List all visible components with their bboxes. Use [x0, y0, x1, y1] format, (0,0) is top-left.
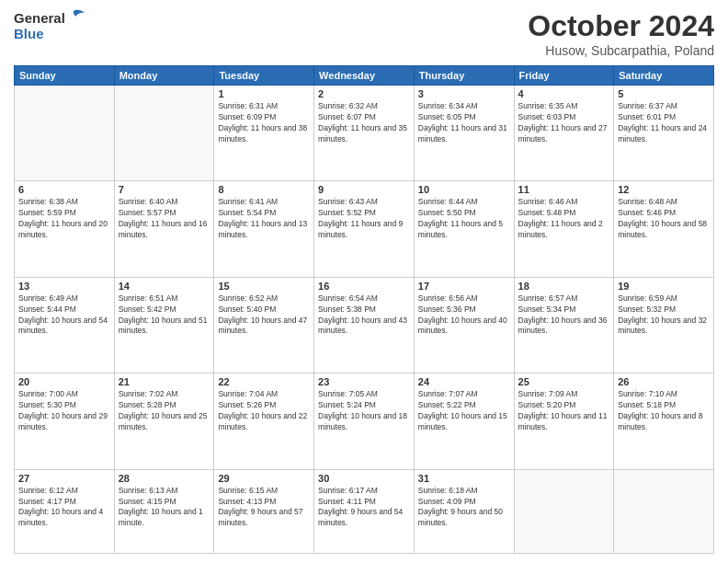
calendar-cell: 22Sunrise: 7:04 AMSunset: 5:26 PMDayligh… [214, 373, 314, 469]
day-number: 26 [618, 376, 710, 387]
day-number: 10 [418, 184, 510, 195]
day-info: Sunrise: 6:18 AMSunset: 4:09 PMDaylight:… [418, 486, 510, 530]
day-info: Sunrise: 6:32 AMSunset: 6:07 PMDaylight:… [318, 101, 410, 145]
day-info: Sunrise: 6:31 AMSunset: 6:09 PMDaylight:… [218, 101, 310, 145]
calendar-week-row: 13Sunrise: 6:49 AMSunset: 5:44 PMDayligh… [15, 277, 714, 373]
day-info: Sunrise: 7:04 AMSunset: 5:26 PMDaylight:… [218, 389, 310, 433]
calendar-cell: 21Sunrise: 7:02 AMSunset: 5:28 PMDayligh… [114, 373, 214, 469]
day-info: Sunrise: 7:05 AMSunset: 5:24 PMDaylight:… [318, 389, 410, 433]
day-info: Sunrise: 6:59 AMSunset: 5:32 PMDaylight:… [618, 293, 710, 338]
calendar-cell: 1Sunrise: 6:31 AMSunset: 6:09 PMDaylight… [214, 86, 314, 181]
calendar-cell: 26Sunrise: 7:10 AMSunset: 5:18 PMDayligh… [614, 373, 714, 469]
calendar-header-row: Sunday Monday Tuesday Wednesday Thursday… [15, 66, 714, 86]
day-number: 28 [119, 473, 210, 484]
day-number: 5 [618, 88, 710, 99]
calendar-week-row: 20Sunrise: 7:00 AMSunset: 5:30 PMDayligh… [15, 373, 714, 469]
day-info: Sunrise: 7:09 AMSunset: 5:20 PMDaylight:… [518, 389, 610, 433]
day-number: 31 [418, 473, 510, 484]
calendar-cell: 25Sunrise: 7:09 AMSunset: 5:20 PMDayligh… [514, 373, 614, 469]
calendar-cell: 29Sunrise: 6:15 AMSunset: 4:13 PMDayligh… [214, 469, 314, 553]
calendar-week-row: 6Sunrise: 6:38 AMSunset: 5:59 PMDaylight… [15, 181, 714, 277]
day-info: Sunrise: 7:02 AMSunset: 5:28 PMDaylight:… [119, 389, 210, 433]
day-number: 2 [318, 88, 410, 99]
calendar-cell: 17Sunrise: 6:56 AMSunset: 5:36 PMDayligh… [414, 277, 514, 373]
calendar-cell: 20Sunrise: 7:00 AMSunset: 5:30 PMDayligh… [15, 373, 115, 469]
calendar-cell: 10Sunrise: 6:44 AMSunset: 5:50 PMDayligh… [414, 181, 514, 277]
day-number: 25 [518, 376, 610, 387]
day-number: 8 [218, 184, 310, 195]
header-wednesday: Wednesday [314, 66, 415, 86]
day-info: Sunrise: 6:34 AMSunset: 6:05 PMDaylight:… [418, 101, 510, 145]
logo-general: General [14, 10, 65, 26]
calendar-week-row: 27Sunrise: 6:12 AMSunset: 4:17 PMDayligh… [15, 469, 714, 553]
day-info: Sunrise: 6:40 AMSunset: 5:57 PMDaylight:… [119, 197, 210, 241]
day-info: Sunrise: 7:10 AMSunset: 5:18 PMDaylight:… [618, 389, 710, 433]
day-info: Sunrise: 6:15 AMSunset: 4:13 PMDaylight:… [218, 486, 310, 530]
title-block: October 2024 Husow, Subcarpathia, Poland [528, 9, 714, 58]
calendar-cell [514, 469, 614, 553]
day-info: Sunrise: 6:43 AMSunset: 5:52 PMDaylight:… [318, 197, 410, 241]
day-info: Sunrise: 6:38 AMSunset: 5:59 PMDaylight:… [18, 197, 110, 241]
calendar-cell: 4Sunrise: 6:35 AMSunset: 6:03 PMDaylight… [514, 86, 614, 181]
day-number: 18 [518, 281, 610, 292]
header-thursday: Thursday [414, 66, 514, 86]
day-number: 15 [218, 281, 310, 292]
calendar-cell: 14Sunrise: 6:51 AMSunset: 5:42 PMDayligh… [114, 277, 214, 373]
day-number: 13 [18, 281, 110, 292]
day-number: 16 [318, 281, 410, 292]
day-info: Sunrise: 6:35 AMSunset: 6:03 PMDaylight:… [518, 101, 610, 145]
calendar-cell: 15Sunrise: 6:52 AMSunset: 5:40 PMDayligh… [214, 277, 314, 373]
day-info: Sunrise: 6:56 AMSunset: 5:36 PMDaylight:… [418, 293, 510, 338]
header-monday: Monday [114, 66, 214, 86]
day-info: Sunrise: 6:54 AMSunset: 5:38 PMDaylight:… [318, 293, 410, 338]
calendar-cell: 6Sunrise: 6:38 AMSunset: 5:59 PMDaylight… [15, 181, 115, 277]
day-info: Sunrise: 6:44 AMSunset: 5:50 PMDaylight:… [418, 197, 510, 241]
day-info: Sunrise: 6:12 AMSunset: 4:17 PMDaylight:… [18, 486, 110, 530]
calendar-cell: 13Sunrise: 6:49 AMSunset: 5:44 PMDayligh… [15, 277, 115, 373]
day-info: Sunrise: 6:49 AMSunset: 5:44 PMDaylight:… [18, 293, 110, 338]
header-friday: Friday [514, 66, 614, 86]
page: General Blue October 2024 Husow, Subcarp… [0, 0, 728, 563]
calendar-cell: 12Sunrise: 6:48 AMSunset: 5:46 PMDayligh… [614, 181, 714, 277]
day-number: 27 [18, 473, 110, 484]
logo: General Blue [14, 9, 86, 41]
header-saturday: Saturday [614, 66, 714, 86]
header-tuesday: Tuesday [214, 66, 314, 86]
calendar-cell: 23Sunrise: 7:05 AMSunset: 5:24 PMDayligh… [314, 373, 415, 469]
day-number: 7 [119, 184, 210, 195]
day-number: 29 [218, 473, 310, 484]
day-info: Sunrise: 6:41 AMSunset: 5:54 PMDaylight:… [218, 197, 310, 241]
calendar-cell: 5Sunrise: 6:37 AMSunset: 6:01 PMDaylight… [614, 86, 714, 181]
day-number: 21 [119, 376, 210, 387]
calendar-cell [114, 86, 214, 181]
logo-blue: Blue [14, 26, 44, 41]
day-number: 30 [318, 473, 410, 484]
title-month: October 2024 [528, 9, 714, 43]
header: General Blue October 2024 Husow, Subcarp… [14, 9, 714, 58]
logo-bird-icon [66, 9, 86, 26]
calendar-cell: 24Sunrise: 7:07 AMSunset: 5:22 PMDayligh… [414, 373, 514, 469]
calendar-cell: 27Sunrise: 6:12 AMSunset: 4:17 PMDayligh… [15, 469, 115, 553]
calendar-cell: 8Sunrise: 6:41 AMSunset: 5:54 PMDaylight… [214, 181, 314, 277]
day-info: Sunrise: 6:52 AMSunset: 5:40 PMDaylight:… [218, 293, 310, 338]
day-number: 11 [518, 184, 610, 195]
day-info: Sunrise: 6:13 AMSunset: 4:15 PMDaylight:… [119, 486, 210, 530]
day-number: 20 [18, 376, 110, 387]
day-number: 9 [318, 184, 410, 195]
day-number: 6 [18, 184, 110, 195]
day-number: 14 [119, 281, 210, 292]
day-number: 1 [218, 88, 310, 99]
day-number: 17 [418, 281, 510, 292]
day-info: Sunrise: 6:46 AMSunset: 5:48 PMDaylight:… [518, 197, 610, 241]
calendar-cell [614, 469, 714, 553]
calendar-cell: 9Sunrise: 6:43 AMSunset: 5:52 PMDaylight… [314, 181, 415, 277]
calendar-cell: 3Sunrise: 6:34 AMSunset: 6:05 PMDaylight… [414, 86, 514, 181]
day-info: Sunrise: 6:48 AMSunset: 5:46 PMDaylight:… [618, 197, 710, 241]
calendar-cell [15, 86, 115, 181]
day-number: 12 [618, 184, 710, 195]
day-number: 23 [318, 376, 410, 387]
calendar-cell: 2Sunrise: 6:32 AMSunset: 6:07 PMDaylight… [314, 86, 415, 181]
calendar-cell: 11Sunrise: 6:46 AMSunset: 5:48 PMDayligh… [514, 181, 614, 277]
day-number: 3 [418, 88, 510, 99]
day-info: Sunrise: 6:37 AMSunset: 6:01 PMDaylight:… [618, 101, 710, 145]
